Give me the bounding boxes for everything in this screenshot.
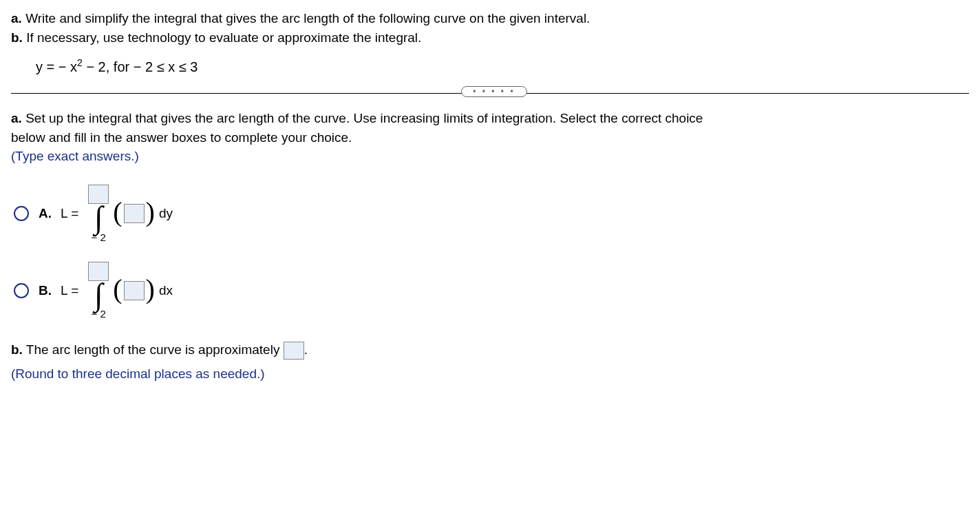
- rparen-icon: ): [146, 204, 155, 220]
- section-a-label: a.: [11, 111, 22, 125]
- choice-a-letter: A.: [39, 206, 54, 221]
- choice-b-row: B. L = ∫ − 2 ( ) dx: [14, 262, 969, 320]
- choice-a-dvar: dy: [159, 206, 173, 221]
- prompt-line-a: a. Write and simplify the integral that …: [11, 10, 969, 28]
- choice-b-equation: L = ∫ − 2 ( ) dx: [61, 262, 173, 320]
- integral-icon: ∫: [94, 282, 103, 308]
- section-a-hint: (Type exact answers.): [11, 147, 969, 165]
- arc-length-answer-input[interactable]: [284, 342, 304, 360]
- prompt-a-text: Write and simplify the integral that giv…: [22, 11, 590, 25]
- prompt-b-text: If necessary, use technology to evaluate…: [23, 30, 421, 45]
- choice-b-letter: B.: [39, 283, 54, 298]
- section-a-line1: a. Set up the integral that gives the ar…: [11, 110, 969, 127]
- eq-exp: 2: [77, 57, 83, 68]
- choice-a-integrand-input[interactable]: [124, 204, 145, 223]
- eq-lhs: y = − x: [36, 59, 77, 74]
- eq-rhs: − 2, for − 2 ≤ x ≤ 3: [83, 59, 198, 74]
- integral-icon: ∫: [94, 205, 103, 231]
- choice-a-lower-limit: − 2: [92, 232, 106, 242]
- choice-b-lower-limit: − 2: [92, 309, 106, 319]
- choice-a-equation: L = ∫ − 2 ( ) dy: [61, 185, 173, 242]
- choice-b-integrand-input[interactable]: [124, 281, 145, 300]
- section-a-text1: Set up the integral that gives the arc l…: [22, 111, 703, 125]
- lparen-icon: (: [113, 204, 122, 220]
- choice-a-integral: ∫ − 2: [88, 185, 109, 242]
- choice-b-dvar: dx: [159, 283, 173, 298]
- radio-b[interactable]: [14, 283, 29, 298]
- equation: y = − x2 − 2, for − 2 ≤ x ≤ 3: [36, 57, 969, 75]
- section-b-text: The arc length of the curve is approxima…: [23, 342, 284, 357]
- choice-b-L: L =: [61, 283, 78, 298]
- choice-b-integral: ∫ − 2: [88, 262, 109, 320]
- section-b-label: b.: [11, 342, 23, 357]
- lparen-icon: (: [113, 281, 122, 298]
- prompt-line-b: b. If necessary, use technology to evalu…: [11, 29, 969, 47]
- prompt-b-label: b.: [11, 30, 23, 45]
- section-b: b. The arc length of the curve is approx…: [11, 338, 969, 385]
- divider: • • • • •: [11, 86, 969, 100]
- section-b-line: b. The arc length of the curve is approx…: [11, 338, 969, 362]
- choice-a-L: L =: [61, 206, 78, 221]
- section-b-hint: (Round to three decimal places as needed…: [11, 362, 969, 386]
- choice-a-row: A. L = ∫ − 2 ( ) dy: [14, 185, 969, 242]
- section-b-period: .: [304, 342, 308, 357]
- prompt-a-label: a.: [11, 11, 22, 25]
- rparen-icon: ): [146, 281, 155, 298]
- drag-handle[interactable]: • • • • •: [461, 86, 526, 97]
- section-a-line2: below and fill in the answer boxes to co…: [11, 129, 969, 147]
- radio-a[interactable]: [14, 206, 29, 221]
- choices-group: A. L = ∫ − 2 ( ) dy B. L = ∫ − 2 (: [11, 185, 969, 320]
